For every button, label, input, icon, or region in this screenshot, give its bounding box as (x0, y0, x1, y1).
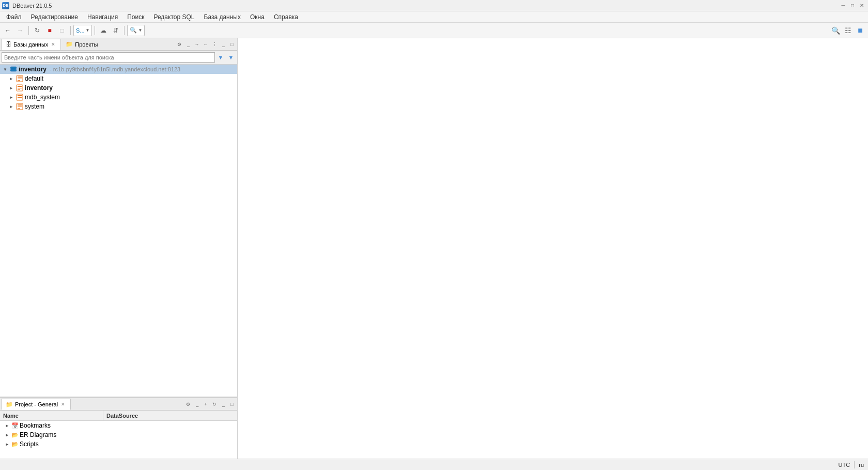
project-item-bookmarks[interactable]: ► 📅 Bookmarks (0, 421, 237, 430)
menu-file[interactable]: Файл (2, 12, 26, 22)
tree-container[interactable]: ▼ inventory - rc1b-py9tbsbnf4y81n5i.mdb.… (0, 65, 237, 397)
panel-back-btn[interactable]: ← (202, 40, 210, 49)
status-timezone: UTC (839, 462, 850, 468)
databases-tab-label: Базы данных (13, 41, 48, 48)
root-connection-info: - rc1b-py9tbsbnf4y81n5i.mdb.yandexcloud.… (50, 66, 180, 72)
refresh-button[interactable]: ↻ (32, 25, 43, 36)
column-datasource: DataSource (103, 411, 237, 420)
tree-root-node[interactable]: ▼ inventory - rc1b-py9tbsbnf4y81n5i.mdb.… (0, 65, 237, 74)
panel-max-btn[interactable]: □ (228, 40, 236, 49)
project-item-er-diagrams[interactable]: ► 📂 ER Diagrams (0, 430, 237, 439)
projects-header: Name DataSource (0, 411, 237, 421)
connections-button[interactable]: ☷ (842, 25, 854, 36)
project-settings-btn[interactable]: ⚙ (184, 400, 192, 408)
svg-rect-13 (18, 99, 20, 99)
project-link-btn[interactable]: ⎯ (193, 400, 201, 408)
toolbar-right: 🔍 ☷ ■ (830, 25, 866, 36)
status-bar: UTC ru (0, 459, 868, 470)
menu-bar: Файл Редактирование Навигация Поиск Реда… (0, 11, 868, 23)
stop-button[interactable]: ■ (44, 25, 55, 36)
search-toolbar-button[interactable]: 🔍 (830, 25, 841, 36)
column-name: Name (0, 411, 103, 420)
toolbar: ← → ↻ ■ □ S... ▼ ☁ ⇵ 🔍 ▼ 🔍 ☷ ■ (0, 23, 868, 38)
er-folder-icon: 📂 (11, 432, 19, 438)
svg-rect-8 (18, 88, 22, 88)
menu-search[interactable]: Поиск (123, 12, 148, 22)
project-refresh-btn[interactable]: ↻ (210, 400, 219, 408)
svg-rect-12 (18, 97, 22, 98)
back-button[interactable]: ← (2, 25, 13, 36)
svg-rect-15 (18, 104, 22, 105)
title-bar: DB DBeaver 21.0.5 ─ □ ✕ (0, 0, 868, 11)
bottom-panel: 📁 Project - General ✕ ⚙ ⎯ + ↻ ⎯ □ Name D… (0, 397, 237, 459)
tab-databases[interactable]: 🗄 Базы данных ✕ (1, 39, 61, 50)
project-add-btn[interactable]: + (202, 400, 210, 408)
svg-rect-7 (18, 86, 22, 87)
user-button[interactable]: ■ (855, 25, 866, 36)
filter-options-button[interactable]: ▼ (226, 53, 236, 62)
search-input[interactable] (2, 52, 215, 63)
svg-rect-17 (18, 108, 20, 109)
menu-help[interactable]: Справка (270, 12, 302, 22)
window-controls: ─ □ ✕ (839, 2, 866, 10)
default-expand-arrow: ► (8, 77, 14, 81)
tree-item-mdb-system[interactable]: ► mdb_system (0, 93, 237, 102)
system-schema-icon (16, 103, 24, 110)
maximize-button[interactable]: □ (848, 2, 857, 10)
scripts-folder-icon: 📂 (11, 441, 19, 448)
tab-project-general[interactable]: 📁 Project - General ✕ (1, 399, 71, 410)
toolbar-sep-2 (70, 26, 71, 35)
default-schema-icon (16, 75, 24, 82)
scripts-label: Scripts (20, 441, 39, 448)
svg-rect-3 (18, 77, 22, 78)
tab-projects[interactable]: 📁 Проекты (61, 39, 102, 50)
cloud-button[interactable]: ☁ (98, 25, 109, 36)
panel-menu-btn[interactable]: ⚙ (175, 40, 183, 49)
menu-navigate[interactable]: Навигация (83, 12, 122, 22)
toolbar-sep-1 (28, 26, 29, 35)
bookmarks-arrow: ► (4, 423, 10, 428)
menu-database[interactable]: База данных (200, 12, 245, 22)
mdbsystem-label: mdb_system (25, 94, 60, 101)
mdbsystem-schema-icon (16, 94, 24, 101)
panel-min-btn[interactable]: ⎯ (219, 40, 227, 49)
bottom-panel-controls: ⚙ ⎯ + ↻ ⎯ □ (184, 400, 236, 408)
menu-sql-editor[interactable]: Редактор SQL (149, 12, 198, 22)
mdbsystem-expand-arrow: ► (8, 95, 14, 100)
projects-tab-label: Проекты (75, 41, 98, 48)
menu-edit[interactable]: Редактирование (27, 12, 82, 22)
project-tab-close[interactable]: ✕ (60, 402, 66, 407)
main-area: 🗄 Базы данных ✕ 📁 Проекты ⚙ ⎯ → ← ⋮ ⎯ □ … (0, 38, 868, 459)
zoom-dropdown[interactable]: 🔍 ▼ (127, 25, 145, 36)
transfer-button[interactable]: ⇵ (110, 25, 121, 36)
svg-rect-9 (18, 89, 20, 90)
projects-body: ► 📅 Bookmarks ► 📂 ER Diagrams ► 📂 Script… (0, 421, 237, 459)
search-box-container: ▼ ▼ (0, 51, 237, 65)
panel-more-btn[interactable]: ⋮ (210, 40, 219, 49)
inventory-expand-arrow: ► (8, 86, 14, 90)
svg-rect-11 (18, 95, 22, 96)
connection-dropdown[interactable]: S... ▼ (73, 25, 92, 36)
root-expand-arrow: ▼ (2, 67, 8, 72)
tree-item-system[interactable]: ► system (0, 102, 237, 111)
panel-forward-btn[interactable]: → (193, 40, 201, 49)
minimize-button[interactable]: ─ (839, 2, 847, 10)
svg-rect-0 (10, 67, 17, 69)
status-locale: ru (859, 462, 864, 468)
tree-item-inventory[interactable]: ► inventory (0, 83, 237, 93)
toolbar-sep-3 (95, 26, 95, 35)
forward-button[interactable]: → (14, 25, 26, 36)
menu-windows[interactable]: Окна (246, 12, 269, 22)
tree-item-default[interactable]: ► default (0, 74, 237, 83)
project-collapse-btn[interactable]: ⎯ (219, 400, 227, 408)
title-bar-left: DB DBeaver 21.0.5 (2, 2, 52, 9)
close-button[interactable]: ✕ (858, 2, 866, 10)
databases-tab-close[interactable]: ✕ (50, 42, 56, 47)
connect-button[interactable]: □ (56, 25, 68, 36)
bottom-panel-tabs: 📁 Project - General ✕ ⚙ ⎯ + ↻ ⎯ □ (0, 398, 237, 411)
panel-tab-controls: ⚙ ⎯ → ← ⋮ ⎯ □ (175, 40, 236, 49)
panel-new-btn[interactable]: ⎯ (184, 40, 192, 49)
project-item-scripts[interactable]: ► 📂 Scripts (0, 439, 237, 449)
filter-button[interactable]: ▼ (216, 53, 225, 62)
project-max-btn[interactable]: □ (228, 400, 236, 408)
